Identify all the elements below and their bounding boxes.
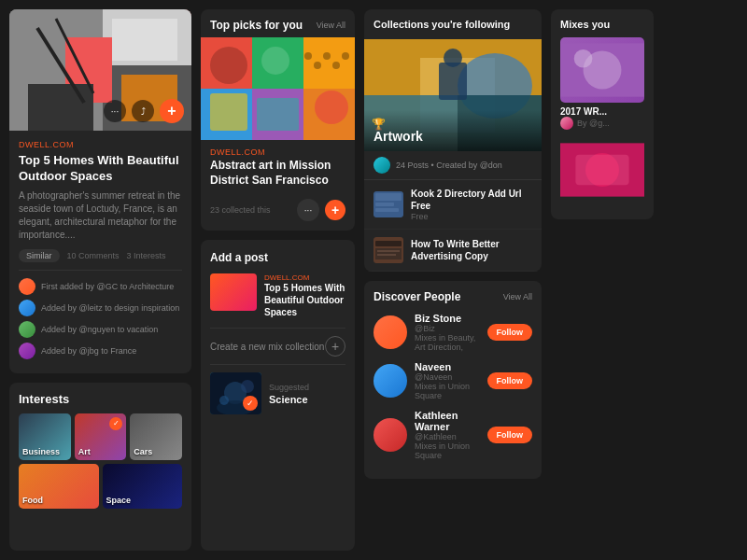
- suggested-label-text: Suggested: [269, 383, 309, 392]
- suggested-row: ✓ Suggested Science: [210, 372, 345, 414]
- interest-grid: Business Art ✓ Cars Food Space: [19, 413, 182, 509]
- collection-item-info: Kook 2 Directory Add Url Free Free: [411, 188, 532, 221]
- collection-item-title: Kook 2 Directory Add Url Free: [411, 188, 532, 212]
- avatar: [19, 321, 35, 338]
- svg-point-21: [315, 91, 348, 124]
- user-action: Added by @nguyen to vacation: [41, 325, 158, 334]
- featured-source: DWELL.COM: [19, 140, 182, 149]
- svg-rect-41: [375, 193, 402, 201]
- svg-rect-46: [375, 248, 402, 259]
- suggested-section: ✓ Suggested Science: [210, 372, 345, 414]
- add-post-info: DWELL.COM Top 5 Homes With Beautiful Out…: [264, 273, 345, 318]
- featured-content: DWELL.COM Top 5 Homes With Beautiful Out…: [9, 131, 191, 373]
- follow-button-kathleen[interactable]: Follow: [487, 427, 533, 443]
- create-mix-row: Create a new mix collection +: [210, 328, 345, 365]
- svg-point-25: [332, 62, 340, 69]
- collections-header: Collections you're following: [364, 9, 542, 39]
- featured-hero-image: ··· ⤴ +: [9, 9, 191, 131]
- suggested-name[interactable]: Science: [269, 394, 309, 405]
- collection-meta: 24 Posts • Created by @don: [364, 151, 542, 180]
- svg-point-22: [304, 52, 312, 60]
- similar-tag[interactable]: Similar: [19, 249, 60, 262]
- person-avatar: [374, 418, 407, 452]
- person-avatar: [374, 364, 407, 398]
- avatar: [19, 343, 35, 359]
- top-picks-view-all[interactable]: View All: [317, 21, 345, 30]
- follow-button-naveen[interactable]: Follow: [487, 372, 533, 389]
- collection-item-title: How To Write Better Advertising Copy: [411, 238, 532, 262]
- svg-rect-8: [112, 19, 177, 61]
- list-item: First added by @GC to Architecture: [19, 278, 182, 295]
- svg-point-30: [219, 396, 229, 405]
- interest-item-space[interactable]: Space: [103, 464, 183, 509]
- picks-actions: ··· +: [297, 199, 345, 221]
- discover-title: Discover People: [374, 290, 460, 303]
- share-icon[interactable]: ⤴: [132, 100, 154, 122]
- picks-collected: 23 collected this: [210, 205, 271, 215]
- avatar: [19, 278, 35, 295]
- svg-rect-45: [375, 241, 402, 246]
- discover-people-card: Discover People View All Biz Stone @Biz …: [364, 281, 542, 479]
- interests-tag: 3 Interests: [127, 251, 166, 260]
- mix-image: [560, 37, 644, 103]
- tags-row: Similar 10 Comments 3 Interests: [19, 249, 182, 262]
- person-info: Naveen @Naveen Mixes in Union Square: [415, 361, 480, 400]
- svg-point-31: [241, 380, 254, 393]
- person-info: Biz Stone @Biz Mixes in Beauty, Art Dire…: [415, 313, 480, 352]
- suggested-info: Suggested Science: [269, 383, 309, 405]
- featured-post-card: ··· ⤴ + DWELL.COM Top 5 Homes With Beaut…: [9, 9, 191, 373]
- user-action: Added by @jbg to France: [41, 346, 136, 356]
- svg-rect-54: [575, 155, 628, 186]
- add-picks-button[interactable]: +: [325, 200, 345, 220]
- add-post-source: DWELL.COM: [264, 273, 345, 282]
- collection-list-item[interactable]: Kook 2 Directory Add Url Free Free: [364, 180, 542, 230]
- svg-rect-38: [439, 63, 467, 100]
- collection-meta-text: 24 Posts • Created by @don: [396, 161, 502, 170]
- mix-item[interactable]: [560, 137, 644, 203]
- svg-rect-19: [210, 93, 247, 131]
- more-icon[interactable]: ···: [104, 100, 126, 122]
- featured-title[interactable]: Top 5 Homes With Beautiful Outdoor Space…: [19, 153, 182, 185]
- create-mix-button[interactable]: +: [325, 336, 345, 357]
- interest-item-art[interactable]: Art ✓: [75, 413, 127, 460]
- add-post-title: Add a post: [210, 251, 345, 264]
- svg-point-26: [342, 52, 349, 60]
- interests-title: Interests: [19, 392, 182, 406]
- add-to-collection-button[interactable]: +: [160, 99, 184, 123]
- add-post-post-title[interactable]: Top 5 Homes With Beautiful Outdoor Space…: [264, 282, 345, 318]
- svg-rect-20: [257, 98, 299, 131]
- collection-creator-avatar: [374, 157, 390, 174]
- top-picks-title: Top picks for you: [210, 19, 303, 32]
- hero-actions: ··· ⤴ +: [104, 99, 184, 123]
- svg-rect-5: [28, 84, 93, 131]
- more-options-icon[interactable]: ···: [297, 199, 319, 221]
- collection-hero-image[interactable]: 🏆 Artwork: [364, 39, 542, 151]
- person-handle: @Naveen: [415, 372, 480, 382]
- collection-artwork-title: Artwork: [374, 129, 532, 144]
- list-item: Added by @jbg to France: [19, 343, 182, 359]
- add-post-card: Add a post DWELL.COM Top 5 Homes With Be…: [201, 240, 355, 551]
- person-mixes: Mixes in Union Square: [415, 382, 480, 400]
- list-item: Added by @nguyen to vacation: [19, 321, 182, 338]
- svg-point-51: [574, 49, 593, 68]
- mix-author-avatar: [560, 117, 573, 130]
- mix-item[interactable]: 2017 WR... By @g...: [560, 37, 644, 130]
- svg-point-24: [323, 52, 331, 60]
- follow-button-biz[interactable]: Follow: [487, 324, 533, 341]
- mix-title: 2017 WR...: [560, 106, 644, 117]
- person-handle: @Biz: [415, 324, 480, 333]
- user-action: Added by @leitz to design inspiration: [41, 303, 179, 313]
- discover-view-all[interactable]: View All: [503, 292, 532, 301]
- mixes-card: Mixes you 2017 WR... By @g...: [551, 9, 654, 219]
- interest-item-food[interactable]: Food: [19, 464, 99, 509]
- picks-post-title[interactable]: Abstract art in Mission District San Fra…: [201, 159, 355, 193]
- interest-check-icon: ✓: [109, 417, 122, 430]
- interest-item-cars[interactable]: Cars: [130, 413, 182, 460]
- person-item: Kathleen Warner @Kathleen Mixes in Union…: [374, 410, 532, 460]
- collection-item-info: How To Write Better Advertising Copy: [411, 238, 532, 262]
- list-item: Added by @leitz to design inspiration: [19, 300, 182, 316]
- person-item: Biz Stone @Biz Mixes in Beauty, Art Dire…: [374, 313, 532, 352]
- interest-item-business[interactable]: Business: [19, 413, 71, 460]
- collection-list-item[interactable]: How To Write Better Advertising Copy: [364, 230, 542, 272]
- person-handle: @Kathleen: [415, 432, 480, 441]
